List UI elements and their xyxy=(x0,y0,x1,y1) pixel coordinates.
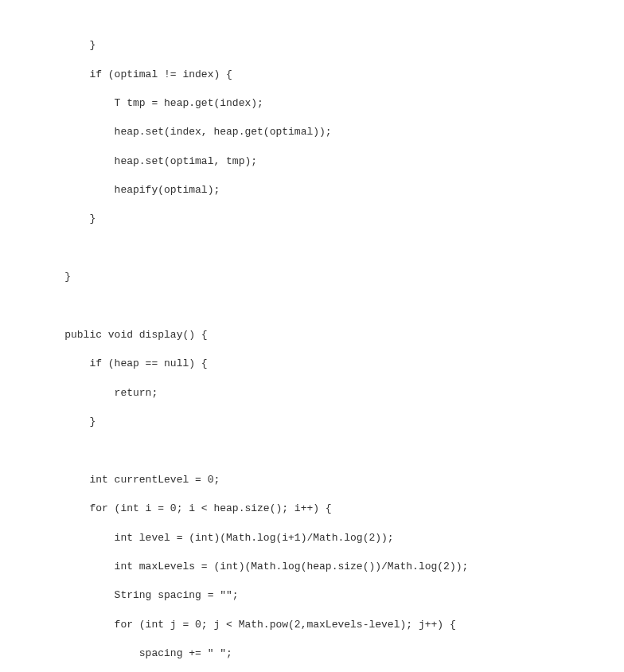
code-line: } xyxy=(40,270,584,284)
code-line xyxy=(40,299,584,314)
code-line: } xyxy=(40,212,584,226)
code-line: spacing += " "; xyxy=(40,647,584,661)
code-line: int currentLevel = 0; xyxy=(40,473,584,487)
code-line: } xyxy=(40,415,584,429)
code-line: } xyxy=(40,38,584,53)
code-line: heapify(optimal); xyxy=(40,183,584,197)
code-line: heap.set(optimal, tmp); xyxy=(40,154,584,169)
code-line: int level = (int)(Math.log(i+1)/Math.log… xyxy=(40,531,584,545)
code-line: String spacing = ""; xyxy=(40,588,584,603)
code-line: T tmp = heap.get(index); xyxy=(40,96,584,111)
code-line: for (int j = 0; j < Math.pow(2,maxLevels… xyxy=(40,618,584,632)
code-line: return; xyxy=(40,386,584,400)
code-line xyxy=(40,443,584,458)
code-line: public void display() { xyxy=(40,328,584,342)
code-line: if (heap == null) { xyxy=(40,357,584,371)
code-line xyxy=(40,241,584,256)
code-line: for (int i = 0; i < heap.size(); i++) { xyxy=(40,502,584,516)
code-line: heap.set(index, heap.get(optimal)); xyxy=(40,125,584,139)
code-line: int maxLevels = (int)(Math.log(heap.size… xyxy=(40,560,584,574)
code-block: } if (optimal != index) { T tmp = heap.g… xyxy=(40,24,584,672)
code-line: if (optimal != index) { xyxy=(40,68,584,82)
